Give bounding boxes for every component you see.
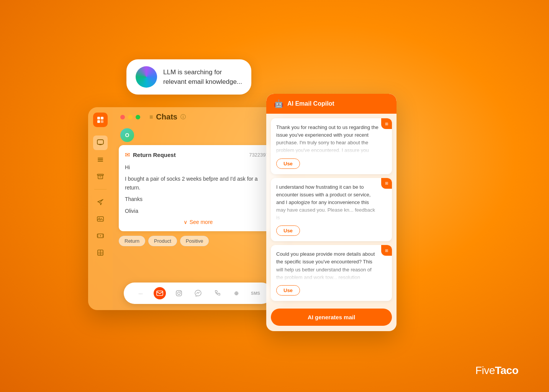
suggestion-card-2: ⊞ I understand how frustrating it can be…: [271, 178, 392, 242]
dot-green[interactable]: [136, 115, 140, 119]
chevron-down-icon: ∨: [184, 219, 187, 225]
robot-icon: 🤖: [274, 99, 284, 108]
channel-phone[interactable]: [211, 287, 223, 299]
suggestion-text-1: Thank you for reaching out to us regardi…: [276, 124, 387, 155]
svg-point-16: [178, 292, 180, 295]
copilot-suggestions: ⊞ Thank you for reaching out to us regar…: [266, 114, 397, 305]
email-body: Hi I bought a pair of socks 2 weeks befp…: [125, 163, 271, 215]
tag-return[interactable]: Return: [119, 236, 145, 246]
email-greeting: Hi: [125, 163, 271, 172]
email-card: ✉ Return Request 73223978 Hi I bought a …: [119, 145, 277, 231]
email-subject-row: ✉ Return Request: [125, 151, 176, 158]
hamburger-icon: ≡: [149, 114, 153, 121]
sidebar-item-archive[interactable]: [93, 169, 108, 184]
svg-rect-0: [97, 117, 100, 119]
dot-yellow[interactable]: [128, 115, 133, 119]
svg-point-11: [99, 218, 100, 219]
avatar[interactable]: O: [120, 128, 134, 142]
channel-messenger[interactable]: [192, 287, 204, 299]
sidebar: [88, 107, 113, 310]
svg-rect-14: [157, 291, 163, 296]
email-signature: Olivia: [125, 207, 271, 215]
see-more-button[interactable]: ∨ See more: [125, 219, 271, 225]
brand-part1: Five: [475, 364, 495, 376]
avatar-row: O: [113, 125, 284, 145]
svg-point-17: [180, 291, 181, 292]
brand-part2: Taco: [495, 364, 518, 376]
suggestion-card-1: ⊞ Thank you for reaching out to us regar…: [271, 118, 392, 174]
suggestion-text-3: Could you please provide more details ab…: [276, 250, 387, 281]
channel-sms[interactable]: SMS: [249, 287, 262, 299]
window-title-area: ≡ Chats ⓘ: [149, 113, 186, 121]
email-signoff: Thanks: [125, 195, 271, 203]
svg-rect-10: [97, 217, 103, 221]
email-header: ✉ Return Request 73223978: [125, 151, 271, 158]
brand: FiveTaco: [475, 364, 518, 377]
email-subject: Return Request: [133, 152, 176, 158]
info-icon: ⓘ: [180, 114, 186, 121]
email-content: I bought a pair of socks 2 weeks befpre …: [125, 175, 271, 192]
email-envelope-icon: ✉: [125, 151, 130, 158]
svg-rect-6: [98, 159, 103, 160]
channel-instagram[interactable]: [173, 287, 185, 299]
main-content: ≡ Chats ⓘ O ✉ Return Request 73223978 Hi…: [113, 107, 284, 310]
titlebar: ≡ Chats ⓘ: [113, 107, 284, 125]
app-window: ≡ Chats ⓘ O ✉ Return Request 73223978 Hi…: [88, 107, 284, 310]
channel-email[interactable]: [154, 287, 166, 299]
sidebar-item-table[interactable]: [93, 245, 108, 260]
tags-row: Return Product Positive: [113, 231, 284, 251]
use-button-3[interactable]: Use: [276, 285, 300, 296]
sidebar-item-image[interactable]: [93, 212, 108, 226]
llm-tooltip: LLM is searching for relevant email know…: [126, 59, 251, 95]
tag-positive[interactable]: Positive: [180, 236, 209, 246]
channel-bar: ···: [124, 283, 272, 304]
use-button-2[interactable]: Use: [276, 225, 300, 236]
suggestion-text-2: I understand how frustrating it can be t…: [276, 183, 387, 222]
sidebar-item-film[interactable]: [93, 229, 108, 243]
sidebar-item-send[interactable]: [93, 195, 108, 209]
see-more-label: See more: [190, 219, 213, 225]
chats-title: Chats: [156, 113, 177, 121]
generate-mail-button[interactable]: AI generates mail: [271, 309, 392, 326]
sidebar-divider-1: [94, 189, 107, 189]
llm-orb: [136, 66, 157, 88]
suggestion-card-3: ⊞ Could you please provide more details …: [271, 245, 392, 301]
use-button-1[interactable]: Use: [276, 158, 300, 169]
sidebar-item-list[interactable]: [93, 152, 108, 167]
svg-rect-4: [97, 140, 103, 144]
copilot-panel: 🤖 AI Email Copilot ⊞ Thank you for reach…: [266, 94, 397, 331]
copilot-title: AI Email Copilot: [287, 100, 334, 107]
svg-rect-1: [101, 117, 103, 119]
tag-product[interactable]: Product: [148, 236, 177, 246]
svg-rect-5: [98, 158, 103, 158]
copilot-header: 🤖 AI Email Copilot: [266, 94, 397, 114]
dot-red[interactable]: [120, 115, 125, 119]
svg-rect-3: [101, 120, 103, 123]
sidebar-logo[interactable]: [93, 113, 108, 127]
svg-rect-7: [98, 161, 103, 162]
svg-rect-2: [97, 120, 100, 123]
llm-text: LLM is searching for relevant email know…: [163, 67, 242, 87]
sidebar-item-chat[interactable]: [93, 136, 108, 150]
channel-more[interactable]: ···: [134, 287, 147, 299]
channel-amazon[interactable]: ⊕: [230, 287, 243, 299]
